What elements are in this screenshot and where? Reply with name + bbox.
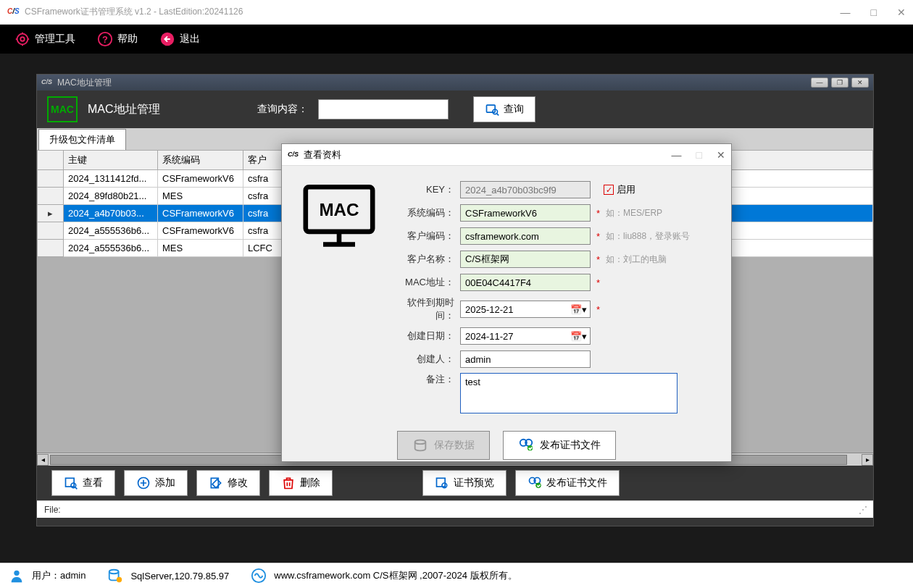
publish-icon	[518, 437, 534, 453]
custcode-hint: 如：liu888，登录账号	[606, 230, 690, 243]
save-button: 保存数据	[397, 431, 490, 460]
details-form: KEY： ✓ 启用 系统编码： * 如：MES/ERP 客户编码： * 如：li…	[393, 180, 714, 418]
svg-point-26	[14, 571, 19, 576]
search-bar: MAC MAC地址管理 查询内容： 查询	[37, 91, 873, 128]
exit-icon	[159, 31, 175, 47]
required-marker: *	[596, 231, 600, 242]
gear-icon	[14, 31, 30, 47]
creator-label: 创建人：	[393, 353, 454, 366]
inner-minimize-button[interactable]: —	[811, 77, 828, 88]
svg-text:?: ?	[102, 34, 108, 45]
custcode-label: 客户编码：	[393, 230, 454, 243]
search-icon	[485, 102, 499, 117]
maximize-button[interactable]: □	[871, 7, 877, 18]
scroll-left-arrow[interactable]: ◂	[37, 454, 49, 466]
required-marker: *	[596, 277, 600, 288]
publish-button[interactable]: 发布证书文件	[503, 431, 616, 460]
custname-field[interactable]	[460, 251, 591, 268]
menu-exit-label: 退出	[180, 33, 200, 46]
preview-cert-label: 证书预览	[454, 476, 494, 490]
publish-cert-button[interactable]: 发布证书文件	[515, 470, 620, 496]
page-title: MAC地址管理	[88, 102, 160, 117]
save-icon	[412, 437, 428, 453]
expire-field[interactable]: 2025-12-21📅▾	[460, 301, 591, 318]
column-pk[interactable]: 主键	[64, 151, 158, 170]
inner-titlebar: C/S MAC地址管理 — ❐ ✕	[37, 75, 873, 91]
svg-point-0	[17, 34, 28, 45]
inner-restore-button[interactable]: ❐	[831, 77, 849, 88]
column-syscode[interactable]: 系统编码	[158, 151, 243, 170]
search-label: 查询内容：	[257, 103, 308, 116]
create-field[interactable]: 2024-11-27📅▾	[460, 327, 591, 345]
svg-line-10	[75, 487, 78, 490]
app-logo-icon: C/S	[288, 151, 301, 159]
tab-file-list[interactable]: 升级包文件清单	[38, 129, 126, 150]
svg-point-28	[117, 577, 122, 582]
save-button-label: 保存数据	[434, 439, 475, 452]
publish-button-label: 发布证书文件	[540, 439, 601, 452]
app-statusbar: 用户：admin SqlServer,120.79.85.97 www.csfr…	[0, 563, 913, 588]
svg-rect-13	[437, 478, 446, 487]
key-label: KEY：	[393, 183, 454, 196]
syscode-label: 系统编码：	[393, 206, 454, 219]
inner-close-button[interactable]: ✕	[851, 77, 869, 88]
certificate-icon	[435, 476, 449, 490]
custname-hint: 如：刘工的电脑	[606, 253, 667, 266]
mac-label: MAC地址：	[393, 276, 454, 289]
calendar-icon: 📅▾	[570, 331, 587, 342]
view-button-label: 查看	[83, 476, 103, 490]
menu-help[interactable]: ? 帮助	[97, 31, 138, 47]
publish-icon	[528, 476, 542, 490]
minimize-button[interactable]: —	[841, 7, 851, 18]
enable-checkbox[interactable]: ✓ 启用	[604, 183, 635, 196]
create-label: 创建日期：	[393, 329, 454, 343]
mac-monitor-icon: MAC	[299, 180, 379, 253]
edit-button[interactable]: 修改	[196, 470, 260, 496]
view-details-dialog: C/S 查看资料 — □ ✕ MAC KEY： ✓ 启用 系统编码： *	[281, 143, 732, 462]
db-info: SqlServer,120.79.85.97	[130, 571, 229, 581]
inner-window-title: MAC地址管理	[57, 77, 112, 89]
scroll-right-arrow[interactable]: ▸	[862, 454, 873, 466]
help-icon: ?	[97, 31, 113, 47]
dialog-close-button[interactable]: ✕	[717, 149, 725, 161]
key-field	[460, 181, 591, 198]
required-marker: *	[596, 304, 600, 315]
app-logo-icon: C/S	[41, 78, 54, 87]
add-button[interactable]: 添加	[124, 470, 188, 496]
remark-label: 备注：	[393, 373, 454, 386]
app-logo: C/S	[7, 7, 20, 17]
svg-rect-8	[66, 478, 75, 487]
creator-field[interactable]	[460, 350, 591, 368]
calendar-icon: 📅▾	[570, 304, 587, 315]
dialog-minimize-button[interactable]: —	[672, 149, 682, 161]
view-button[interactable]: 查看	[51, 470, 115, 496]
menu-exit[interactable]: 退出	[159, 31, 200, 47]
search-button[interactable]: 查询	[473, 96, 535, 122]
main-titlebar: C/S CSFramework证书管理系统 v1.2 - LastEdition…	[0, 0, 913, 25]
main-menubar: 管理工具 ? 帮助 退出	[0, 25, 913, 54]
user-label: 用户：admin	[32, 569, 86, 582]
close-button[interactable]: ✕	[897, 7, 906, 18]
remark-field[interactable]	[460, 373, 678, 413]
database-icon	[107, 568, 123, 584]
add-button-label: 添加	[155, 476, 175, 490]
svg-point-27	[109, 570, 119, 574]
svg-text:MAC: MAC	[319, 200, 359, 219]
site-info: www.csframework.com C/S框架网 ,2007-2024 版权…	[274, 569, 517, 582]
plus-icon	[136, 476, 151, 490]
enable-label: 启用	[617, 183, 635, 196]
menu-tools[interactable]: 管理工具	[14, 31, 75, 47]
window-title: CSFramework证书管理系统 v1.2 - LastEdition:202…	[25, 6, 243, 18]
syscode-field[interactable]	[460, 204, 591, 222]
mac-field[interactable]	[460, 274, 591, 291]
preview-cert-button[interactable]: 证书预览	[422, 470, 506, 496]
mac-icon: MAC	[47, 96, 78, 122]
custcode-field[interactable]	[460, 227, 591, 245]
publish-cert-label: 发布证书文件	[546, 476, 607, 490]
search-input[interactable]	[318, 99, 449, 119]
delete-button[interactable]: 删除	[269, 470, 333, 496]
search-button-label: 查询	[504, 103, 524, 116]
svg-point-1	[20, 37, 25, 41]
syscode-hint: 如：MES/ERP	[606, 207, 662, 219]
row-header-column	[38, 151, 64, 170]
